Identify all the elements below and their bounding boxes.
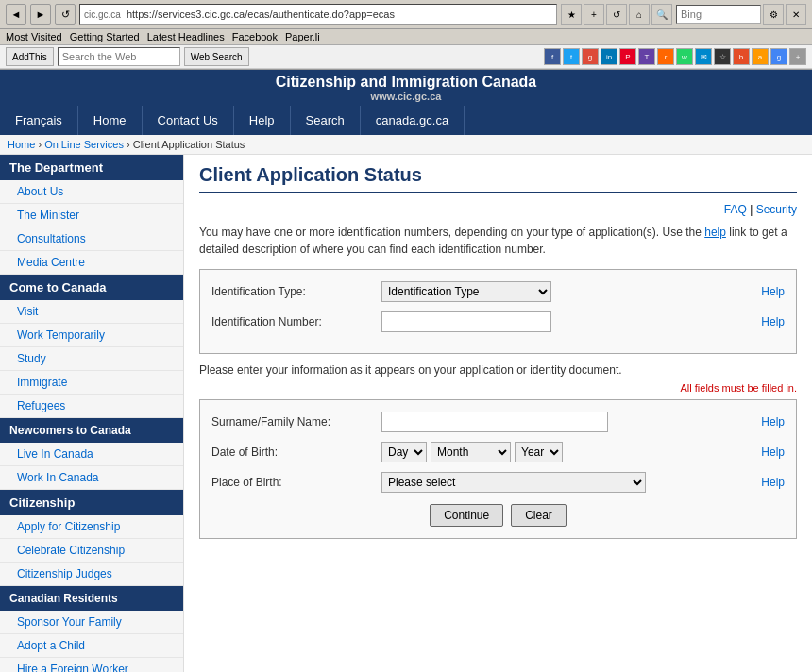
bookmark-facebook[interactable]: Facebook <box>232 31 278 42</box>
id-type-control: Identification Type <box>381 281 753 302</box>
sidebar-item-the-minister[interactable]: The Minister <box>0 204 183 227</box>
nav-search[interactable]: Search <box>291 106 361 135</box>
search-icon[interactable]: 🔍 <box>651 4 672 25</box>
breadcrumb-home[interactable]: Home <box>8 139 35 150</box>
continue-button[interactable]: Continue <box>430 504 503 527</box>
form-row-id-number: Identification Number: Help <box>211 311 785 332</box>
dob-label: Date of Birth: <box>211 445 381 459</box>
addon-icon-11[interactable]: h <box>733 48 750 65</box>
web-search-input[interactable] <box>58 47 180 66</box>
browser-search-input[interactable] <box>676 5 761 24</box>
dob-month-select[interactable]: Month JanuaryFebruaryMarch AprilMayJune … <box>431 442 511 462</box>
addon-icon-3[interactable]: g <box>582 48 599 65</box>
surname-help[interactable]: Help <box>761 415 785 428</box>
intro-text: You may have one or more identification … <box>199 224 797 258</box>
breadcrumb-current: Client Application Status <box>133 139 245 150</box>
addon-icon-6[interactable]: T <box>638 48 655 65</box>
dob-control: Day Month JanuaryFebruaryMarch AprilMayJ… <box>381 442 753 462</box>
pob-select[interactable]: Please select <box>381 472 646 493</box>
sidebar-header-department[interactable]: The Department <box>0 155 183 180</box>
settings-icon[interactable]: ⚙ <box>763 4 784 25</box>
bookmark-paperli[interactable]: Paper.li <box>285 31 320 42</box>
close-icon[interactable]: ✕ <box>786 4 806 25</box>
help-inline-link[interactable]: help <box>704 226 726 239</box>
id-number-help[interactable]: Help <box>761 315 785 328</box>
bookmark-most-visited[interactable]: Most Visited <box>6 31 62 42</box>
sidebar-item-apply-citizenship[interactable]: Apply for Citizenship <box>0 515 183 539</box>
id-number-label: Identification Number: <box>211 315 381 328</box>
pob-label: Place of Birth: <box>211 476 381 489</box>
addthis-button[interactable]: AddThis <box>6 47 54 66</box>
link-separator: | <box>750 203 753 216</box>
web-search-button[interactable]: Web Search <box>184 47 249 66</box>
sidebar-header-come-to-canada[interactable]: Come to Canada <box>0 275 183 300</box>
sidebar-item-live-in-canada[interactable]: Live In Canada <box>0 443 183 466</box>
sidebar-header-newcomers[interactable]: Newcomers to Canada <box>0 418 183 443</box>
id-type-select[interactable]: Identification Type <box>381 281 551 302</box>
addon-icon-13[interactable]: g <box>770 48 787 65</box>
dob-year-select[interactable]: Year <box>515 442 563 462</box>
breadcrumb-sep2: › <box>127 139 133 150</box>
pob-help[interactable]: Help <box>761 476 785 489</box>
nav-canada[interactable]: canada.gc.ca <box>361 106 465 135</box>
sidebar-item-study[interactable]: Study <box>0 347 183 371</box>
sidebar-header-canadian-residents[interactable]: Canadian Residents <box>0 586 183 611</box>
dob-help[interactable]: Help <box>761 445 785 459</box>
forward-button[interactable]: ► <box>30 4 51 25</box>
sidebar-item-visit[interactable]: Visit <box>0 300 183 324</box>
stop-reload-icon[interactable]: ↺ <box>606 4 627 25</box>
sidebar-item-immigrate[interactable]: Immigrate <box>0 371 183 395</box>
addon-icon-7[interactable]: r <box>657 48 674 65</box>
bookmark-getting-started[interactable]: Getting Started <box>70 31 140 42</box>
nav-home[interactable]: Home <box>78 106 143 135</box>
faq-link[interactable]: FAQ <box>724 203 747 216</box>
surname-input[interactable] <box>381 412 608 432</box>
sidebar-item-work-temporarily[interactable]: Work Temporarily <box>0 324 183 347</box>
back-button[interactable]: ◄ <box>6 4 26 25</box>
sidebar: The Department About Us The Minister Con… <box>0 155 184 672</box>
address-bar[interactable]: cic.gc.ca https://services3.cic.gc.ca/ec… <box>79 4 557 25</box>
sidebar-item-celebrate-citizenship[interactable]: Celebrate Citizenship <box>0 539 183 563</box>
sidebar-item-work-in-canada[interactable]: Work In Canada <box>0 466 183 490</box>
form-row-id-type: Identification Type: Identification Type… <box>211 281 785 302</box>
surname-label: Surname/Family Name: <box>211 415 381 428</box>
sidebar-item-hire-foreign-worker[interactable]: Hire a Foreign Worker <box>0 658 183 672</box>
addon-icon-4[interactable]: in <box>601 48 617 65</box>
reload-button[interactable]: ↺ <box>55 4 76 25</box>
bookmark-latest-headlines[interactable]: Latest Headlines <box>147 31 225 42</box>
nav-francais[interactable]: Français <box>0 106 78 135</box>
sidebar-item-media-centre[interactable]: Media Centre <box>0 251 183 275</box>
home-icon[interactable]: ⌂ <box>629 4 650 25</box>
dob-day-select[interactable]: Day <box>381 442 427 462</box>
addon-icon-12[interactable]: a <box>752 48 769 65</box>
sidebar-item-refugees[interactable]: Refugees <box>0 395 183 418</box>
id-type-help[interactable]: Help <box>761 285 785 298</box>
bookmarks-bar: Most Visited Getting Started Latest Head… <box>0 29 812 45</box>
addon-icon-10[interactable]: ☆ <box>714 48 731 65</box>
addon-icon-14[interactable]: + <box>789 48 806 65</box>
bookmark-icon[interactable]: + <box>584 4 604 25</box>
addon-icon-5[interactable]: P <box>619 48 636 65</box>
sidebar-item-consultations[interactable]: Consultations <box>0 227 183 251</box>
addon-bar: AddThis Web Search f t g in P T r w ✉ ☆ … <box>0 45 812 69</box>
breadcrumb-online-services[interactable]: On Line Services <box>44 139 124 150</box>
sidebar-item-adopt-child[interactable]: Adopt a Child <box>0 634 183 658</box>
addon-icon-8[interactable]: w <box>676 48 693 65</box>
clear-button[interactable]: Clear <box>511 504 567 527</box>
security-link[interactable]: Security <box>756 203 797 216</box>
sidebar-item-citizenship-judges[interactable]: Citizenship Judges <box>0 563 183 586</box>
sidebar-item-sponsor-family[interactable]: Sponsor Your Family <box>0 611 183 634</box>
sidebar-item-about-us[interactable]: About Us <box>0 180 183 204</box>
addon-icon-2[interactable]: t <box>563 48 580 65</box>
browser-toolbar: ◄ ► ↺ cic.gc.ca https://services3.cic.gc… <box>0 0 812 29</box>
nav-help[interactable]: Help <box>234 106 291 135</box>
site-url: www.cic.gc.ca <box>4 91 808 102</box>
nav-contact[interactable]: Contact Us <box>143 106 234 135</box>
sidebar-header-citizenship[interactable]: Citizenship <box>0 490 183 515</box>
browser-chrome: ◄ ► ↺ cic.gc.ca https://services3.cic.gc… <box>0 0 812 70</box>
id-number-input[interactable] <box>381 311 551 332</box>
addon-icon-1[interactable]: f <box>544 48 561 65</box>
addon-icon-9[interactable]: ✉ <box>695 48 712 65</box>
address-url: https://services3.cic.gc.ca/ecas/authent… <box>127 8 395 20</box>
star-icon[interactable]: ★ <box>561 4 582 25</box>
